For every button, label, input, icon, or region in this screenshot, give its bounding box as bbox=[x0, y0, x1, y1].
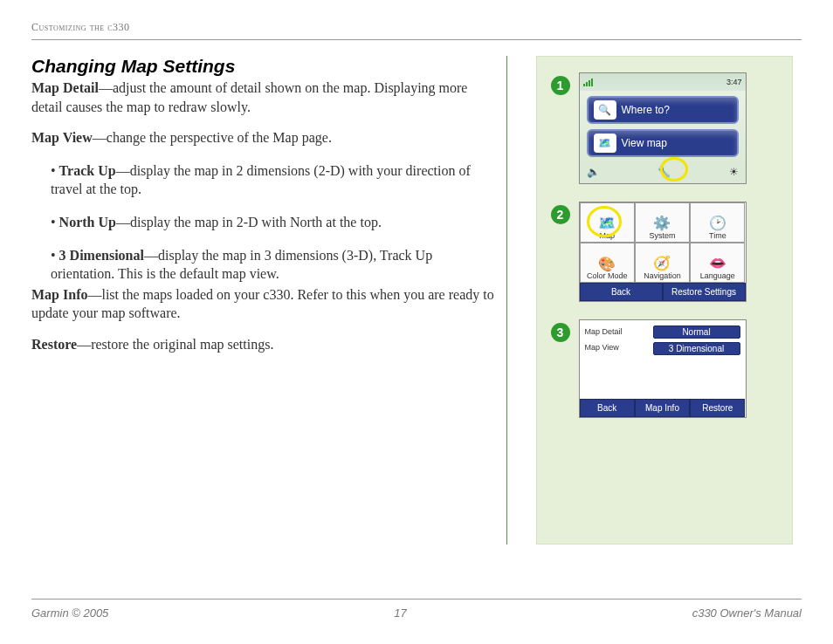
back-button[interactable]: Back bbox=[580, 283, 663, 301]
map-detail-para: Map Detail—adjust the amount of detail s… bbox=[31, 79, 494, 116]
step-2: 2 🗺️Map ⚙️System 🕑Time 🎨Color Mode 🧭Navi… bbox=[551, 202, 778, 302]
footer-right: c330 Owner's Manual bbox=[692, 606, 802, 620]
signal-icon bbox=[583, 78, 593, 86]
grid-color-mode[interactable]: 🎨Color Mode bbox=[580, 243, 635, 283]
map-info-para: Map Info—list the maps loaded on your c3… bbox=[31, 285, 494, 323]
main-text-column: Changing Map Settings Map Detail—adjust … bbox=[31, 56, 507, 545]
settings-wrench-icon[interactable]: 🔧 bbox=[657, 166, 671, 178]
compass-icon: 🧭 bbox=[653, 257, 671, 271]
page-footer: Garmin © 2005 17 c330 Owner's Manual bbox=[31, 599, 802, 620]
step-3: 3 Map Detail Map View Normal 3 Dimension… bbox=[551, 319, 778, 418]
brightness-icon[interactable]: ☀ bbox=[729, 166, 739, 178]
footer-left: Garmin © 2005 bbox=[31, 606, 108, 620]
grid-navigation[interactable]: 🧭Navigation bbox=[635, 243, 690, 283]
footer-page-number: 17 bbox=[394, 606, 406, 620]
palette-icon: 🎨 bbox=[598, 257, 616, 271]
grid-language[interactable]: 👄Language bbox=[690, 243, 745, 283]
value-normal[interactable]: Normal bbox=[653, 325, 740, 339]
clock-icon: 🕑 bbox=[709, 216, 726, 230]
grid-time[interactable]: 🕑Time bbox=[690, 202, 745, 243]
step-badge-3: 3 bbox=[551, 323, 570, 342]
section-title: Changing Map Settings bbox=[31, 56, 494, 77]
lips-icon: 👄 bbox=[709, 257, 726, 271]
map-view-para: Map View—change the perspective of the M… bbox=[31, 128, 494, 147]
bullet-track-up: Track Up—display the map in 2 dimensions… bbox=[51, 161, 494, 199]
bullet-north-up: North Up—display the map in 2-D with Nor… bbox=[51, 213, 494, 232]
device-screen-2: 🗺️Map ⚙️System 🕑Time 🎨Color Mode 🧭Naviga… bbox=[579, 202, 747, 302]
value-3d[interactable]: 3 Dimensional bbox=[653, 342, 740, 355]
row-map-detail: Map Detail bbox=[585, 327, 648, 336]
step-badge-2: 2 bbox=[551, 205, 570, 224]
bullet-3d: 3 Dimensional—display the map in 3 dimen… bbox=[51, 246, 494, 284]
row-map-view: Map View bbox=[585, 343, 648, 352]
page-header: Customizing the c330 bbox=[31, 21, 802, 40]
step-1: 1 3:47 🔍 Where to? bbox=[551, 72, 778, 184]
view-map-button[interactable]: 🗺️ View map bbox=[587, 129, 739, 157]
restore-settings-button[interactable]: Restore Settings bbox=[663, 283, 746, 301]
restore-para: Restore—restore the original map setting… bbox=[31, 335, 494, 354]
screenshots-sidebar: 1 3:47 🔍 Where to? bbox=[536, 56, 793, 545]
gear-icon: ⚙️ bbox=[653, 216, 671, 230]
map-icon: 🗺️ bbox=[598, 216, 616, 230]
grid-system[interactable]: ⚙️System bbox=[635, 202, 690, 243]
map-info-button[interactable]: Map Info bbox=[635, 399, 690, 417]
clock-readout: 3:47 bbox=[726, 78, 742, 86]
step-badge-1: 1 bbox=[551, 76, 570, 95]
where-to-button[interactable]: 🔍 Where to? bbox=[587, 96, 739, 124]
map-icon: 🗺️ bbox=[594, 134, 616, 153]
device-screen-1: 3:47 🔍 Where to? 🗺️ View map bbox=[579, 72, 747, 184]
magnifier-icon: 🔍 bbox=[594, 100, 616, 120]
volume-icon[interactable]: 🔈 bbox=[587, 166, 600, 178]
grid-map[interactable]: 🗺️Map bbox=[580, 202, 635, 243]
back-button[interactable]: Back bbox=[580, 399, 635, 417]
device-screen-3: Map Detail Map View Normal 3 Dimensional… bbox=[579, 319, 747, 418]
restore-button[interactable]: Restore bbox=[690, 399, 745, 417]
